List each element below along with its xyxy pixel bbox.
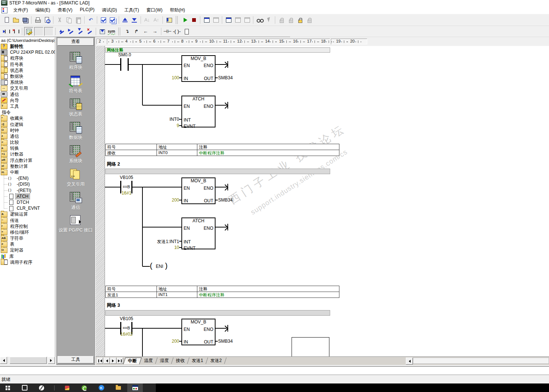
tree-item-调用子程序[interactable]: 调用子程序: [0, 259, 55, 265]
tab-发送2[interactable]: 发送2: [206, 358, 226, 364]
tree-item-比较[interactable]: <比较: [0, 139, 55, 145]
force-button[interactable]: [296, 16, 304, 24]
menu-edit[interactable]: 编辑(E): [32, 6, 54, 14]
view-editor-table-button[interactable]: [44, 27, 53, 36]
tree-item-传送[interactable]: ~传送: [0, 217, 55, 223]
box-input-value[interactable]: 发送1:INT1: [122, 239, 179, 245]
copy-button[interactable]: [65, 16, 73, 24]
view-item-符号表[interactable]: 符号表: [57, 75, 95, 94]
box-input-value[interactable]: 9: [122, 123, 179, 128]
tree-item-ATCH[interactable]: ATCH: [0, 193, 55, 199]
compile-button[interactable]: [99, 16, 108, 24]
pause-chart-status-button[interactable]: [233, 16, 242, 24]
tree-item-位逻辑[interactable]: -||位逻辑: [0, 121, 55, 127]
tree-item-状态表[interactable]: 状态表: [0, 67, 55, 73]
run-button[interactable]: [180, 16, 189, 24]
sort-ascending-button[interactable]: A↓: [143, 16, 151, 24]
single-read-button[interactable]: [243, 16, 251, 24]
insert-coil-button[interactable]: -( )-: [172, 27, 181, 36]
ladder-editor-canvas[interactable]: 西门子工业 技术论坛 support.industry.siemens.com/…: [105, 46, 549, 356]
open-file-button[interactable]: [11, 16, 20, 24]
symbol-table-cell[interactable]: 发送1: [106, 292, 157, 298]
toggle-bookmark-button[interactable]: [2, 27, 11, 36]
insert-network-button[interactable]: [57, 27, 66, 36]
tree-item-转换[interactable]: a转换: [0, 145, 55, 151]
line-up-button[interactable]: ↱: [132, 27, 141, 36]
menu-debug[interactable]: 调试(D): [98, 6, 121, 14]
view-item-程序块[interactable]: 程序块: [57, 52, 95, 71]
tree-item-整数计算[interactable]: ±I整数计算: [0, 163, 55, 169]
network-comment-bar[interactable]: [105, 169, 330, 174]
tree-item-计数器[interactable]: +1计数器: [0, 151, 55, 157]
tree-item-逻辑运算[interactable]: &逻辑运算: [0, 211, 55, 217]
ladder-horizontal-scrollbar-track[interactable]: [413, 358, 549, 364]
pause-program-status-button[interactable]: [211, 16, 220, 24]
network-title[interactable]: 网络 3: [107, 302, 120, 309]
scroll-left-button[interactable]: [0, 357, 7, 364]
ladder-scroll-left-button[interactable]: [406, 358, 413, 365]
menu-help[interactable]: 帮助(H): [166, 6, 189, 14]
menu-plc[interactable]: PLC(P): [76, 6, 98, 14]
instruction-box-MOV_B[interactable]: MOV_BENENOINOUT: [181, 177, 216, 204]
cut-button[interactable]: [55, 16, 64, 24]
contact-operand[interactable]: VB105: [120, 175, 133, 180]
view-editor-contacts-button[interactable]: [34, 27, 43, 36]
tree-item-定时器[interactable]: O定时器: [0, 247, 55, 253]
scrollbar-thumb[interactable]: [10, 357, 47, 364]
line-left-button[interactable]: ←: [141, 27, 150, 36]
view-item-设置 PG/PC 接口[interactable]: 设置 PG/PC 接口: [57, 214, 95, 233]
taskbar-start-button[interactable]: [3, 383, 12, 392]
taskbar-folder-button[interactable]: [114, 383, 123, 392]
status-monitor-button[interactable]: [255, 16, 264, 24]
view-item-交叉引用[interactable]: ↔交叉引用: [57, 168, 95, 187]
project-root[interactable]: as (C:\Users\admin\Desktop): [0, 37, 55, 43]
view-item-系统块[interactable]: 系统块: [57, 145, 95, 164]
box-input-value[interactable]: 10: [122, 245, 179, 250]
view-program-editor-button[interactable]: [24, 27, 33, 36]
symbol-table-cell[interactable]: 中断程序注释: [197, 150, 339, 156]
view-item-状态表[interactable]: 状态表: [57, 98, 95, 117]
taskbar-taskview-button[interactable]: [20, 383, 29, 392]
tree-item-表[interactable]: #表: [0, 241, 55, 247]
sort-descending-button[interactable]: A↑: [152, 16, 161, 24]
box-input-value[interactable]: INT0: [122, 117, 179, 122]
symbol-info-table-button[interactable]: [98, 27, 106, 36]
contact-operand[interactable]: SM0.0: [118, 52, 131, 57]
tab-中断[interactable]: 中断: [123, 358, 142, 364]
tree-item-CLR_EVNT[interactable]: CLR_EVNT: [0, 205, 55, 211]
network-title[interactable]: 网络 2: [107, 161, 120, 167]
new-file-button[interactable]: [2, 16, 11, 24]
taskbar-media-button[interactable]: [37, 383, 46, 392]
view-item-数据块[interactable]: 数据块: [57, 122, 95, 141]
box-input-value[interactable]: 200: [122, 339, 179, 344]
tab-next-button[interactable]: [110, 358, 116, 364]
chart-status-button[interactable]: [224, 16, 233, 24]
taskbar-app-red-button[interactable]: [63, 383, 72, 392]
symbol-table-cell[interactable]: INT0: [157, 150, 197, 156]
tree-item--(DISI)[interactable]: -(DISI): [0, 181, 55, 187]
box-output-value[interactable]: SMB34: [218, 197, 233, 203]
contact-operand[interactable]: VB105: [120, 316, 133, 321]
save-file-button[interactable]: [21, 16, 29, 24]
insert-row-button[interactable]: [67, 27, 75, 36]
paste-button[interactable]: [74, 16, 82, 24]
compile-all-button[interactable]: [108, 16, 117, 24]
taskbar-app-k-button[interactable]: K: [97, 383, 106, 392]
print-preview-button[interactable]: [43, 16, 51, 24]
tree-item--(ENI)[interactable]: -(ENI): [0, 175, 55, 181]
document-icon[interactable]: [1, 7, 7, 13]
tab-发送1[interactable]: 发送1: [187, 358, 208, 364]
tree-item-CPU 224XP REL 02.00[interactable]: CPU 224XP REL 02.00: [0, 49, 55, 55]
instruction-box-ATCH[interactable]: ATCHENENOINTEVNT: [181, 217, 216, 249]
symbol-table-cell[interactable]: 中断程序注释: [197, 292, 339, 298]
tree-item--(RETI)[interactable]: -(RETI): [0, 187, 55, 193]
unforce-button[interactable]: [305, 16, 313, 24]
tree-item-数据块[interactable]: 数据块: [0, 73, 55, 79]
delete-network-button[interactable]: [85, 27, 94, 36]
view-item-通信[interactable]: 通信: [57, 192, 95, 211]
print-button[interactable]: [33, 16, 42, 24]
tree-horizontal-scrollbar[interactable]: [0, 357, 55, 364]
insert-box-button[interactable]: [182, 27, 190, 36]
tree-item-库[interactable]: 库: [0, 253, 55, 259]
tree-item-通信[interactable]: 通信: [0, 92, 55, 97]
